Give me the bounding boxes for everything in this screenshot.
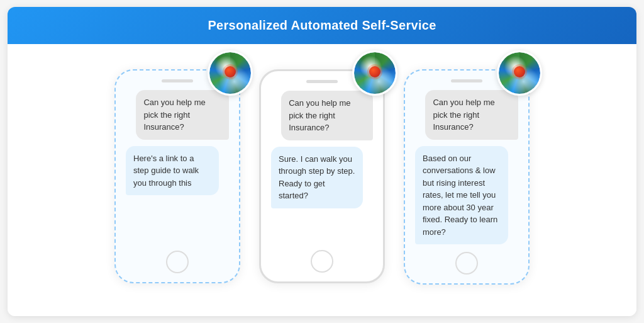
globe-icon-3 [499,52,540,94]
phone-speaker-3 [451,79,482,82]
globe-icon-2 [354,52,396,94]
phone-speaker-2 [306,80,338,83]
phone-3: Can you help me pick the right Insurance… [404,69,530,285]
phone-messages-3: Can you help me pick the right Insurance… [411,90,522,244]
phone-messages-1: Can you help me pick the right Insurance… [122,90,233,243]
phone-wrapper-3: Can you help me pick the right Insurance… [404,69,530,285]
phone-2: Can you help me pick the right Insurance… [259,69,385,283]
main-card: Personalized Automated Self-Service Can … [8,7,636,316]
phone-1: Can you help me pick the right Insurance… [114,69,240,283]
phone-wrapper-1: Can you help me pick the right Insurance… [114,69,240,283]
phone-messages-2: Can you help me pick the right Insurance… [267,91,377,242]
phone-home-btn-2 [311,250,333,273]
phone-home-btn-1 [166,251,189,273]
bubble-bot-2: Sure. I can walk you through step by ste… [271,147,363,208]
bubble-user-2: Can you help me pick the right Insurance… [281,91,373,140]
header-title: Personalized Automated Self-Service [208,18,436,32]
phone-wrapper-2: Can you help me pick the right Insurance… [259,69,385,283]
header: Personalized Automated Self-Service [8,7,636,44]
bubble-user-3: Can you help me pick the right Insurance… [425,90,518,140]
avatar-2 [352,50,397,96]
bubble-bot-1: Here's a link to a step guide to walk yo… [126,146,219,196]
avatar-3 [497,50,542,96]
globe-icon-1 [209,52,251,94]
avatar-1 [208,50,253,96]
phone-speaker-1 [162,79,193,82]
phone-home-btn-3 [455,252,478,275]
phones-container: Can you help me pick the right Insurance… [8,44,636,316]
bubble-bot-3: Based on our conversations & low but ris… [415,146,508,245]
bubble-user-1: Can you help me pick the right Insurance… [136,90,229,140]
